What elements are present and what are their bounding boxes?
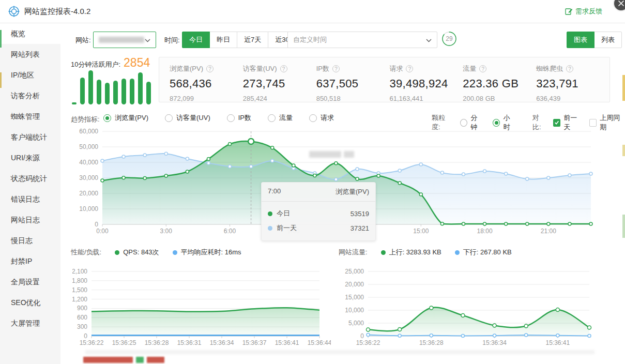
sidebar-item-错误日志[interactable]: 错误日志 xyxy=(0,189,60,209)
traffic-chart[interactable]: 05,00010,00015,00020,00025,00015:36:2215… xyxy=(339,267,600,346)
series-dot-icon xyxy=(173,250,177,255)
legend-text: 上行: 3283.93 KB xyxy=(389,248,441,257)
radio-icon xyxy=(493,119,500,127)
view-toggle-button[interactable]: 列表 xyxy=(594,32,622,48)
series-dot-icon xyxy=(381,250,386,255)
perf-legend: 性能/负载: QPS: 843次平均响应耗时: 16ms xyxy=(71,248,241,257)
mini-bar xyxy=(105,83,110,104)
sidebar-item-全局设置[interactable]: 全局设置 xyxy=(0,271,60,292)
svg-text:10,000: 10,000 xyxy=(79,205,98,213)
svg-text:0: 0 xyxy=(84,332,87,340)
sidebar-item-蜘蛛管理[interactable]: 蜘蛛管理 xyxy=(0,106,60,127)
site-select[interactable] xyxy=(93,32,156,48)
metric-radio-group: 浏览量(PV)访客量(UV)IP数流量请求 xyxy=(103,113,334,123)
series-dot-icon xyxy=(455,250,460,255)
svg-text:6:00: 6:00 xyxy=(224,228,236,235)
stat-value: 568,436 xyxy=(170,77,243,90)
help-icon[interactable]: ? xyxy=(406,65,413,72)
metric-radio[interactable]: IP数 xyxy=(227,113,251,123)
sidebar-item-网站列表[interactable]: 网站列表 xyxy=(0,44,60,65)
background-page-sliver xyxy=(622,75,625,101)
svg-text:15:36:31: 15:36:31 xyxy=(177,339,202,346)
radio-label: IP数 xyxy=(238,113,251,123)
sidebar-item-URI/来源[interactable]: URI/来源 xyxy=(0,147,60,168)
svg-text:15:00: 15:00 xyxy=(413,228,429,235)
sidebar-item-状态码统计[interactable]: 状态码统计 xyxy=(0,168,60,189)
radio-label: 请求 xyxy=(321,113,334,123)
time-range-button[interactable]: 昨日 xyxy=(209,32,237,48)
sidebar-item-访客分析[interactable]: 访客分析 xyxy=(0,85,60,106)
series-dot-icon xyxy=(268,226,272,231)
mini-bar xyxy=(138,72,143,104)
stat-value: 39,498,924 xyxy=(389,77,463,90)
sidebar-item-大屏管理[interactable]: 大屏管理 xyxy=(0,313,60,333)
svg-text:0: 0 xyxy=(360,332,364,340)
sidebar-item-网站日志[interactable]: 网站日志 xyxy=(0,209,60,230)
stat-prev-value: 285,424 xyxy=(243,95,316,102)
stat-prev-value: 61,163,441 xyxy=(389,95,463,102)
clipped-next-section-band xyxy=(85,350,594,354)
tooltip-series-value: 37321 xyxy=(350,224,369,232)
background-page-sliver xyxy=(622,215,625,238)
stat-prev-value: 850,518 xyxy=(316,95,390,102)
radio-icon xyxy=(227,114,235,122)
sidebar-item-客户端统计[interactable]: 客户端统计 xyxy=(0,127,60,147)
metric-radio[interactable]: 访客量(UV) xyxy=(165,113,210,123)
site-select-value-redacted xyxy=(99,37,144,43)
svg-text:300: 300 xyxy=(77,323,87,330)
feedback-label: 需求反馈 xyxy=(575,7,602,16)
metric-radio[interactable]: 浏览量(PV) xyxy=(103,113,148,123)
refresh-countdown: 29 xyxy=(441,31,457,47)
tooltip-series-name: 前一天 xyxy=(277,223,297,233)
stat-value: 637,505 xyxy=(316,77,390,90)
custom-time-placeholder: 自定义时间 xyxy=(293,35,327,44)
feedback-link[interactable]: 需求反馈 xyxy=(565,7,602,16)
sidebar-item-封禁IP[interactable]: 封禁IP xyxy=(0,251,60,271)
background-page-sliver xyxy=(0,30,2,48)
mini-bar xyxy=(72,102,77,104)
radio-icon xyxy=(103,114,111,122)
stats-card: 浏览量(PV)?568,436872,099访客量(UV)?273,745285… xyxy=(159,57,610,102)
legend-item[interactable]: 下行: 267.80 KB xyxy=(455,248,512,257)
legend-item[interactable]: 平均响应耗时: 16ms xyxy=(173,248,241,257)
legend-text: 下行: 267.80 KB xyxy=(463,248,512,257)
help-icon[interactable]: ? xyxy=(280,65,287,72)
svg-text:5,000: 5,000 xyxy=(348,320,364,327)
svg-text:21:00: 21:00 xyxy=(541,228,556,235)
help-icon[interactable]: ? xyxy=(332,65,340,72)
sidebar-item-IP/地区[interactable]: IP/地区 xyxy=(0,65,60,85)
metric-radio[interactable]: 流量 xyxy=(268,113,293,123)
help-icon[interactable]: ? xyxy=(479,65,486,72)
series-dot-icon xyxy=(268,211,272,216)
mini-bar xyxy=(80,78,85,104)
tooltip-metric: 浏览量(PV) xyxy=(336,187,369,196)
qps-chart[interactable]: 03006009001,2001,5001,8002,10015:36:2215… xyxy=(72,267,331,346)
sidebar-item-SEO优化[interactable]: SEO优化 xyxy=(0,292,60,313)
background-page-sliver xyxy=(622,145,625,156)
stat-value: 273,745 xyxy=(243,77,316,90)
help-icon[interactable]: ? xyxy=(566,65,573,72)
site-label: 网站: xyxy=(75,36,91,45)
trend-metric-label: 趋势指标: xyxy=(71,115,100,124)
time-range-button[interactable]: 近7天 xyxy=(237,32,268,48)
view-toggle-button[interactable]: 图表 xyxy=(567,32,594,48)
mini-bar xyxy=(130,79,134,104)
sidebar: 概览网站列表IP/地区访客分析蜘蛛管理客户端统计URI/来源状态码统计错误日志网… xyxy=(0,23,60,364)
svg-text:50,000: 50,000 xyxy=(79,143,98,150)
svg-text:60,000: 60,000 xyxy=(79,128,98,135)
svg-text:15:36:22: 15:36:22 xyxy=(80,339,104,346)
svg-text:15:36:34: 15:36:34 xyxy=(210,339,234,346)
sidebar-item-概览[interactable]: 概览 xyxy=(0,23,60,44)
svg-text:30,000: 30,000 xyxy=(79,174,98,181)
metric-radio[interactable]: 请求 xyxy=(309,113,334,123)
legend-item[interactable]: 上行: 3283.93 KB xyxy=(381,248,441,257)
help-icon[interactable]: ? xyxy=(206,65,214,72)
time-range-button[interactable]: 今日 xyxy=(182,32,210,48)
sidebar-item-慢日志[interactable]: 慢日志 xyxy=(0,230,60,251)
stat-column: 蜘蛛爬虫?323,791636,439 xyxy=(536,64,609,102)
svg-text:15:36:37: 15:36:37 xyxy=(242,339,267,346)
custom-time-select[interactable]: 自定义时间 xyxy=(287,32,437,48)
background-page-sliver xyxy=(0,72,2,88)
legend-item[interactable]: QPS: 843次 xyxy=(115,248,159,257)
svg-text:15:36:41: 15:36:41 xyxy=(545,339,570,346)
